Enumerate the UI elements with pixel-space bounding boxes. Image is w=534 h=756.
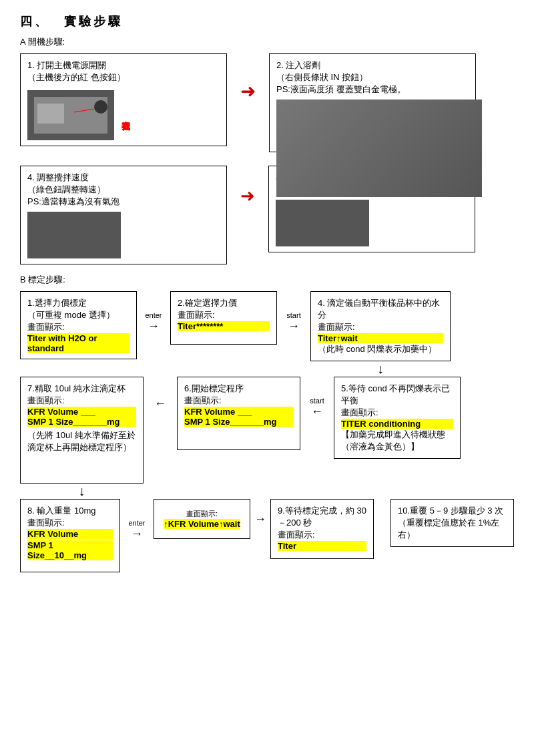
step3-photo xyxy=(276,200,369,246)
step1-text: 1. 打開主機電源開關 xyxy=(27,59,220,71)
start-label: start xyxy=(286,311,300,319)
calib6-title: 6.開始標定程序 xyxy=(184,383,293,395)
calib2-title: 2.確定選擇力價 xyxy=(178,297,270,309)
arrow-calib8-to-kfr: → xyxy=(131,527,143,541)
step1-photo xyxy=(27,90,114,140)
calib8-box: 8. 輸入重量 10mg 畫面顯示: KFR Volume SMP 1 Size… xyxy=(20,499,120,572)
calib4-screen-value: Titer↑wait xyxy=(318,333,443,343)
arrow-step4-to-step3: ➜ xyxy=(240,186,255,206)
step1-sub: （主機後方的紅 色按鈕） xyxy=(27,71,220,83)
calib9-screen-label: 畫面顯示: xyxy=(278,529,366,541)
calib2-screen-value: Titer******** xyxy=(178,321,270,331)
arrow-kfr-to-calib9: → xyxy=(254,512,266,526)
calib9-box: 9.等待標定完成，約 30－200 秒 畫面顯示: Titer xyxy=(270,499,374,559)
arrow-calib5-to-calib6: ← xyxy=(311,405,323,419)
enter-label2: enter xyxy=(128,519,145,527)
calib8-screen-value1: KFR Volume xyxy=(27,529,113,539)
start-label2: start xyxy=(310,397,324,405)
calib5-title: 5.等待 cond 不再閃爍表示已平衡 xyxy=(341,383,453,407)
calib9-screen-value: Titer xyxy=(278,541,366,551)
step4-sub: （綠色鈕調整轉速） xyxy=(27,184,220,196)
calib7-box: 7.精取 10ul 純水注滴定杯 畫面顯示: KFR Volume ___ SM… xyxy=(20,377,144,484)
kfr-screen-value: ↑KFR Volume↑wait xyxy=(164,519,240,529)
calib1-screen-value: Titer with H2O or standard xyxy=(27,333,129,353)
calib7-title: 7.精取 10ul 純水注滴定杯 xyxy=(27,383,136,395)
calib8-title: 8. 輸入重量 10mg xyxy=(27,505,113,517)
enter-label: enter xyxy=(145,311,162,319)
arrow-calib6-to-calib7: ← xyxy=(154,397,166,411)
calib1-sub: （可重複 mode 選擇） xyxy=(27,309,129,321)
step4-ps: PS:適當轉速為沒有氣泡 xyxy=(27,196,220,208)
arrow-calib2-to-calib4: → xyxy=(288,319,300,333)
step2-sub: （右側長條狀 IN 按鈕） xyxy=(276,71,469,83)
kfr-screen-label: 畫面顯示: xyxy=(164,509,240,519)
arrow-calib7-down: ↓ xyxy=(79,484,85,499)
kfr-wait-box: 畫面顯示: ↑KFR Volume↑wait xyxy=(154,499,250,539)
calib2-box: 2.確定選擇力價 畫面顯示: Titer******** xyxy=(170,291,277,345)
calib8-screen-value2: SMP 1 Size__10__mg xyxy=(27,540,113,560)
step2-photo xyxy=(276,100,363,146)
calib7-screen-value1: KFR Volume ___ xyxy=(27,407,136,417)
step2-ps: PS:液面高度須 覆蓋雙白金電極。 xyxy=(276,83,469,96)
calib5-box: 5.等待 cond 不再閃爍表示已平衡 畫面顯示: TITER conditio… xyxy=(334,377,461,459)
calib6-screen-value2: SMP 1 Size_______mg xyxy=(184,417,293,427)
calib10-box: 10.重覆 5－9 步驟最少 3 次（重覆標定值應於在 1%左右） xyxy=(390,499,514,547)
calib7-note: （先將 10ul 純水準備好至於滴定杯上再開始標定程序） xyxy=(27,429,136,453)
calib1-box: 1.選擇力價標定 （可重複 mode 選擇） 畫面顯示: Titer with … xyxy=(20,291,137,359)
step2-text: 2. 注入溶劑 xyxy=(276,59,469,71)
calib8-screen-label: 畫面顯示: xyxy=(27,517,113,529)
step4-box: 4. 調整攪拌速度 （綠色鈕調整轉速） PS:適當轉速為沒有氣泡 xyxy=(20,166,227,264)
calib4-box: 4. 滴定儀自動平衡樣品杯中的水分 畫面顯示: Titer↑wait （此時 c… xyxy=(310,291,451,361)
section-a-label: A 開機步驟: xyxy=(20,36,514,48)
calib1-title: 1.選擇力價標定 xyxy=(27,297,129,309)
arrow-calib1-to-calib2: → xyxy=(148,319,160,333)
step4-text: 4. 調整攪拌速度 xyxy=(27,172,220,184)
section-title: 四、 實驗步驟 xyxy=(20,13,514,29)
calib6-box: 6.開始標定程序 畫面顯示: KFR Volume ___ SMP 1 Size… xyxy=(177,377,300,450)
step1-box: 1. 打開主機電源開關 （主機後方的紅 色按鈕） 我在這裡 xyxy=(20,53,227,146)
calib4-note: （此時 cond 閃爍表示加藥中） xyxy=(318,343,443,355)
calib6-screen-value1: KFR Volume ___ xyxy=(184,407,293,417)
calib10-text: 10.重覆 5－9 步驟最少 3 次（重覆標定值應於在 1%左右） xyxy=(398,505,507,541)
step2-box: 2. 注入溶劑 （右側長條狀 IN 按鈕） PS:液面高度須 覆蓋雙白金電極。 xyxy=(269,53,476,152)
calib5-note: 【加藥完成即進入待機狀態（溶液為金黃色）】 xyxy=(341,429,453,453)
calib4-screen-label: 畫面顯示: xyxy=(318,321,443,333)
arrow-step1-to-step2: ➜ xyxy=(240,80,256,102)
arrow-calib4-down: ↓ xyxy=(377,361,384,377)
calib2-screen-label: 畫面顯示: xyxy=(178,309,270,321)
calib1-screen-label: 畫面顯示: xyxy=(27,321,129,333)
calib5-screen-value: TITER conditioning xyxy=(341,419,453,429)
section-b-label: B 標定步驟: xyxy=(20,274,514,286)
calib5-screen-label: 畫面顯示: xyxy=(341,407,453,419)
calib7-screen-label: 畫面顯示: xyxy=(27,395,136,407)
calib9-title: 9.等待標定完成，約 30－200 秒 xyxy=(278,505,366,529)
calib7-screen-value2: SMP 1 Size_______mg xyxy=(27,417,136,427)
calib4-title: 4. 滴定儀自動平衡樣品杯中的水分 xyxy=(318,297,443,321)
step4-photo xyxy=(27,212,121,258)
calib6-screen-label: 畫面顯示: xyxy=(184,395,293,407)
